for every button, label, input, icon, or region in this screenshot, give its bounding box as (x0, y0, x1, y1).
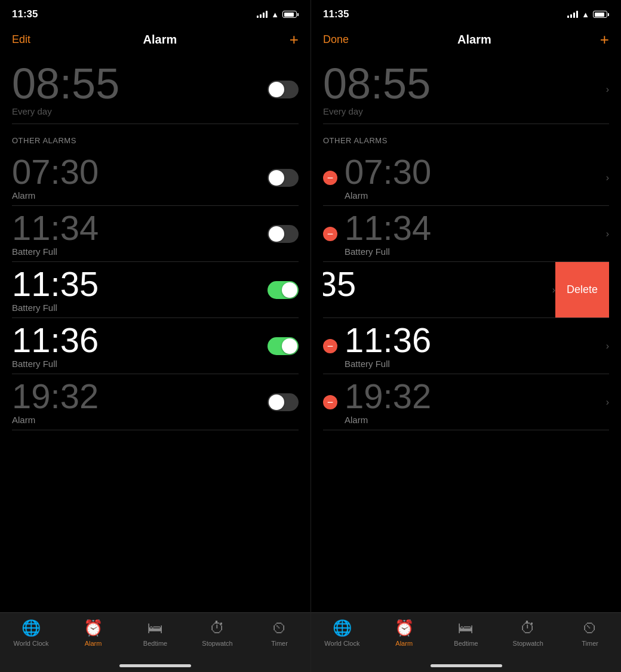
alarm-time-1135-left: 11:35 (12, 267, 268, 301)
alarm-row-1135-right-wrap: 11:35 Battery Full › Delete (323, 262, 609, 318)
tab-alarm-label-right: Alarm (395, 640, 413, 647)
chevron-1932: › (606, 397, 609, 408)
main-alarm-chevron: › (606, 84, 609, 95)
tab-worldclock-label-right: World Clock (324, 640, 359, 647)
wifi-icon-right: ▲ (582, 10, 589, 19)
alarm-list-left: 08:55 Every day OTHER ALARMS 07:30 Alarm (0, 56, 310, 612)
delete-circle-0730[interactable]: − (323, 171, 337, 185)
bedtime-icon-right: 🛏 (458, 619, 474, 637)
toggle-0730-left[interactable] (268, 169, 299, 187)
main-alarm-subtitle-right: Every day (323, 106, 604, 116)
delete-circle-1932[interactable]: − (323, 395, 337, 409)
status-time-left: 11:35 (12, 8, 38, 20)
edit-button[interactable]: Edit (12, 33, 30, 46)
left-panel: 11:35 ▲ Edit Alarm + 08:55 Every day (0, 0, 310, 672)
alarm-label-1932-right: Alarm (345, 415, 604, 425)
toggle-1135-left[interactable] (268, 281, 299, 299)
status-time-right: 11:35 (323, 8, 349, 20)
status-icons-left: ▲ (257, 10, 299, 19)
stopwatch-icon-left: ⏱ (210, 619, 225, 637)
tab-worldclock-label-left: World Clock (13, 640, 48, 647)
stopwatch-icon-right: ⏱ (520, 619, 536, 637)
status-bar-left: 11:35 ▲ (0, 0, 310, 26)
done-button[interactable]: Done (323, 33, 349, 46)
tab-bar-right: 🌐 World Clock ⏰ Alarm 🛏 Bedtime ⏱ Stopwa… (311, 612, 621, 672)
tab-stopwatch-label-right: Stopwatch (513, 640, 543, 647)
alarm-time-1136-right: 11:36 (345, 323, 604, 357)
chevron-1134: › (606, 229, 609, 239)
worldclock-icon-right: 🌐 (333, 619, 352, 637)
section-header-right: OTHER ALARMS (323, 124, 609, 150)
delete-circle-1136[interactable]: − (323, 339, 337, 353)
main-alarm-row: 08:55 Every day (12, 56, 299, 124)
tab-bedtime-label-right: Bedtime (454, 640, 478, 647)
toggle-1136-left[interactable] (268, 337, 299, 355)
alarm-row-1932-left: 19:32 Alarm (12, 374, 299, 430)
tab-stopwatch-label-left: Stopwatch (202, 640, 232, 647)
tab-timer-left[interactable]: ⏲ Timer (248, 619, 310, 647)
alarm-time-1932-left: 19:32 (12, 379, 268, 414)
main-alarm-row-right[interactable]: 08:55 Every day › (323, 56, 609, 124)
status-bar-right: 11:35 ▲ (311, 0, 621, 26)
add-alarm-button-left[interactable]: + (290, 32, 299, 47)
tab-worldclock-left[interactable]: 🌐 World Clock (0, 619, 62, 647)
tab-bedtime-left[interactable]: 🛏 Bedtime (124, 619, 186, 647)
alarm-label-1135-right: Battery Full (323, 303, 550, 313)
alarm-label-1134-left: Battery Full (12, 246, 268, 257)
timer-icon-left: ⏲ (272, 619, 287, 637)
page-title-right: Alarm (457, 33, 491, 47)
alarm-row-0730-left: 07:30 Alarm (12, 150, 299, 206)
tab-worldclock-right[interactable]: 🌐 World Clock (311, 619, 373, 647)
alarm-label-1136-right: Battery Full (345, 359, 604, 369)
tab-timer-label-left: Timer (271, 640, 288, 647)
right-panel: 11:35 ▲ Done Alarm + 08:55 Every day › (310, 0, 621, 672)
alarm-row-0730-right[interactable]: − 07:30 Alarm › (323, 150, 609, 206)
alarm-list-right: 08:55 Every day › OTHER ALARMS − 07:30 A… (311, 56, 621, 612)
battery-icon (282, 11, 299, 18)
alarm-label-1932-left: Alarm (12, 415, 268, 425)
main-alarm-time-right: 08:55 (323, 62, 604, 105)
battery-icon-right (593, 11, 609, 18)
home-indicator-right (431, 664, 502, 667)
toggle-1932-left[interactable] (268, 393, 299, 411)
tab-timer-right[interactable]: ⏲ Timer (559, 619, 621, 647)
tab-timer-label-right: Timer (582, 640, 598, 647)
chevron-1136: › (606, 341, 609, 352)
alarm-time-1135-right: 11:35 (323, 267, 550, 301)
tab-bar-left: 🌐 World Clock ⏰ Alarm 🛏 Bedtime ⏱ Stopwa… (0, 612, 310, 672)
alarm-time-1932-right: 19:32 (345, 379, 604, 414)
page-title-left: Alarm (143, 33, 177, 47)
toggle-1134-left[interactable] (268, 225, 299, 243)
alarm-time-0730-right: 07:30 (345, 155, 604, 189)
alarm-label-0730-right: Alarm (345, 190, 604, 201)
status-icons-right: ▲ (567, 10, 609, 19)
add-alarm-button-right[interactable]: + (600, 32, 609, 47)
main-alarm-toggle[interactable] (268, 81, 299, 98)
main-alarm-time: 08:55 (12, 62, 268, 105)
alarm-time-0730-left: 07:30 (12, 155, 268, 189)
delete-circle-1134[interactable]: − (323, 227, 337, 241)
alarm-icon-left: ⏰ (84, 619, 103, 637)
alarm-row-1136-left: 11:36 Battery Full (12, 318, 299, 374)
tab-bedtime-label-left: Bedtime (143, 640, 167, 647)
chevron-0730: › (606, 172, 609, 183)
tab-stopwatch-left[interactable]: ⏱ Stopwatch (186, 619, 248, 647)
tab-alarm-label-left: Alarm (85, 640, 102, 647)
delete-button-1135[interactable]: Delete (555, 262, 609, 317)
tab-bedtime-right[interactable]: 🛏 Bedtime (435, 619, 497, 647)
tab-alarm-left[interactable]: ⏰ Alarm (62, 619, 124, 647)
alarm-time-1136-left: 11:36 (12, 323, 268, 357)
nav-bar-right: Done Alarm + (311, 26, 621, 56)
alarm-row-1135-right[interactable]: 11:35 Battery Full › (323, 262, 555, 317)
alarm-row-1932-right[interactable]: − 19:32 Alarm › (323, 374, 609, 430)
section-header-left: OTHER ALARMS (12, 124, 299, 150)
tab-stopwatch-right[interactable]: ⏱ Stopwatch (497, 619, 559, 647)
alarm-label-0730-left: Alarm (12, 190, 268, 201)
alarm-row-1136-right[interactable]: − 11:36 Battery Full › (323, 318, 609, 374)
tab-alarm-right[interactable]: ⏰ Alarm (373, 619, 435, 647)
bedtime-icon-left: 🛏 (147, 619, 163, 637)
alarm-label-1134-right: Battery Full (345, 246, 604, 257)
alarm-row-1134-right[interactable]: − 11:34 Battery Full › (323, 206, 609, 262)
wifi-icon: ▲ (271, 10, 279, 19)
signal-icon (257, 11, 268, 18)
